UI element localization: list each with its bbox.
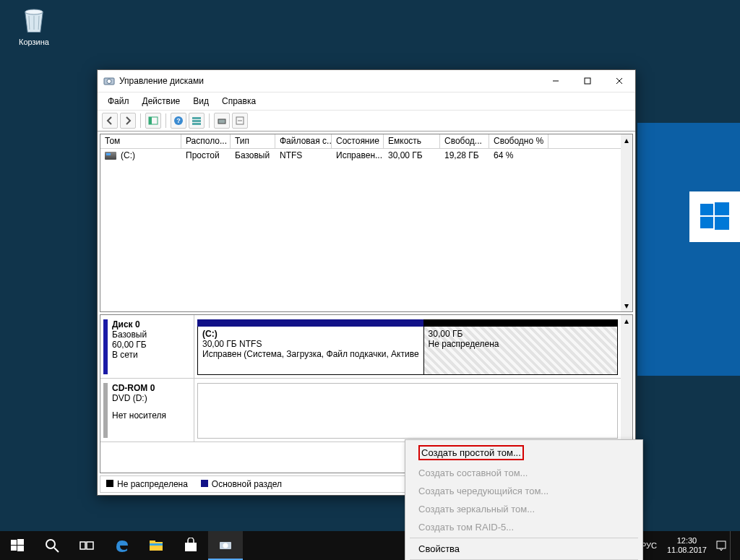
disk0-header[interactable]: Диск 0 Базовый 60,00 ГБ В сети [100,315,194,378]
svg-rect-18 [17,539,24,545]
partition-title: (C:) [202,329,419,339]
cdrom-type: DVD (D:) [103,393,191,403]
menu-properties[interactable]: Свойства [407,540,641,558]
charms-sliver [637,123,740,376]
svg-rect-7 [585,78,590,84]
col-volume[interactable]: Том [100,134,181,148]
disk-stripe-icon [103,319,108,374]
unalloc-state: Не распределена [429,339,613,349]
cdrom-name: CD-ROM 0 [103,383,191,393]
start-button[interactable] [0,531,35,560]
close-button[interactable] [603,70,635,92]
store-button[interactable] [173,531,208,560]
svg-rect-1 [700,204,713,215]
cdrom-state: Нет носителя [103,410,191,421]
svg-rect-9 [149,117,152,124]
help-button[interactable]: ? [171,113,186,129]
legend-unalloc-icon [106,480,113,487]
svg-text:?: ? [176,117,181,124]
cdrom-partition[interactable] [197,383,618,439]
disk0-row: Диск 0 Базовый 60,00 ГБ В сети (C:) 30,0… [100,315,621,379]
cdrom-row: CD-ROM 0 DVD (D:) Нет носителя [100,379,621,442]
volume-row[interactable]: (C:) Простой Базовый NTFS Исправен... 30… [100,149,632,163]
partition-line3: Исправен (Система, Загрузка, Файл подкач… [202,349,419,359]
disk-management-task[interactable] [208,531,243,560]
cell-type: Базовый [231,149,275,163]
disk-management-window: Управление дисками Файл Действие Вид Спр… [97,69,636,496]
scroll-down-icon[interactable]: ▾ [621,300,632,311]
refresh-button[interactable] [214,113,230,129]
svg-rect-15 [218,119,225,124]
pane-button[interactable] [145,113,161,129]
disk-state: В сети [103,350,191,360]
legend-primary: Основной раздел [212,479,282,489]
menu-create-simple-volume[interactable]: Создать простой том... [407,441,641,464]
back-button[interactable] [102,113,118,129]
col-freepct[interactable]: Свободно % [489,134,548,148]
maximize-button[interactable] [572,70,603,92]
explorer-button[interactable] [139,531,173,560]
trash-icon [19,4,49,35]
disk-size: 60,00 ГБ [103,340,191,350]
clock-date: 11.08.2017 [667,546,707,555]
cell-fs: NTFS [275,149,332,163]
svg-rect-13 [192,120,201,122]
scroll-up-icon[interactable]: ▴ [621,134,632,146]
svg-rect-4 [715,217,729,230]
svg-rect-25 [150,540,155,543]
tray-notifications-icon[interactable] [713,531,730,560]
unalloc-size: 30,00 ГБ [429,329,613,339]
svg-rect-27 [185,543,197,551]
svg-point-29 [223,543,228,548]
col-status[interactable]: Состояние [332,134,384,148]
col-capacity[interactable]: Емкость [384,134,440,148]
svg-point-21 [46,540,55,548]
menu-label: Создать простой том... [421,447,521,458]
cell-free: 19,28 ГБ [440,149,489,163]
context-menu: Создать простой том... Создать составной… [405,439,643,560]
svg-rect-14 [192,123,201,125]
menu-view[interactable]: Вид [187,94,215,108]
clock-time: 12:30 [667,536,707,546]
primary-stripe-icon [197,319,424,327]
cdrom-header[interactable]: CD-ROM 0 DVD (D:) Нет носителя [100,379,194,441]
disk-name: Диск 0 [103,319,191,329]
view-button[interactable] [189,113,205,129]
menu-file[interactable]: Файл [102,94,135,108]
cell-pct: 64 % [489,149,548,163]
minimize-button[interactable] [540,70,572,92]
partition-c[interactable]: (C:) 30,00 ГБ NTFS Исправен (Система, За… [197,319,423,375]
col-type[interactable]: Тип [231,134,275,148]
menu-create-raid5-volume: Создать том RAID-5... [407,518,641,536]
window-title: Управление дисками [119,76,540,86]
svg-rect-2 [715,202,729,215]
partition-unallocated[interactable]: 30,00 ГБ Не распределена [423,319,618,375]
windows-logo-panel [689,191,740,242]
legend-primary-icon [201,480,208,487]
scroll-up-icon[interactable]: ▴ [621,315,632,327]
svg-rect-17 [11,540,17,545]
menu-help[interactable]: Справка [216,94,262,108]
tray-clock[interactable]: 12:30 11.08.2017 [661,536,713,555]
recycle-bin[interactable]: Корзина [9,4,59,46]
cell-name: (C:) [121,150,135,160]
col-free[interactable]: Свобод... [440,134,489,148]
legend-unalloc: Не распределена [117,479,188,489]
show-desktop-button[interactable] [730,531,734,560]
search-button[interactable] [35,531,69,560]
list-scrollbar[interactable]: ▴ ▾ [621,134,632,311]
menubar: Файл Действие Вид Справка [98,92,635,110]
col-layout[interactable]: Располо... [181,134,231,148]
volume-list: Том Располо... Тип Файловая с... Состоян… [100,134,633,312]
app-icon [103,75,115,87]
cell-status: Исправен... [332,149,384,163]
svg-rect-34 [717,541,726,548]
col-filesystem[interactable]: Файловая с... [275,134,332,148]
taskview-button[interactable] [69,531,104,560]
forward-button[interactable] [120,113,136,129]
menu-action[interactable]: Действие [137,94,186,108]
action-button[interactable] [232,113,248,129]
titlebar[interactable]: Управление дисками [98,70,635,92]
cell-capacity: 30,00 ГБ [384,149,440,163]
edge-button[interactable] [104,531,139,560]
